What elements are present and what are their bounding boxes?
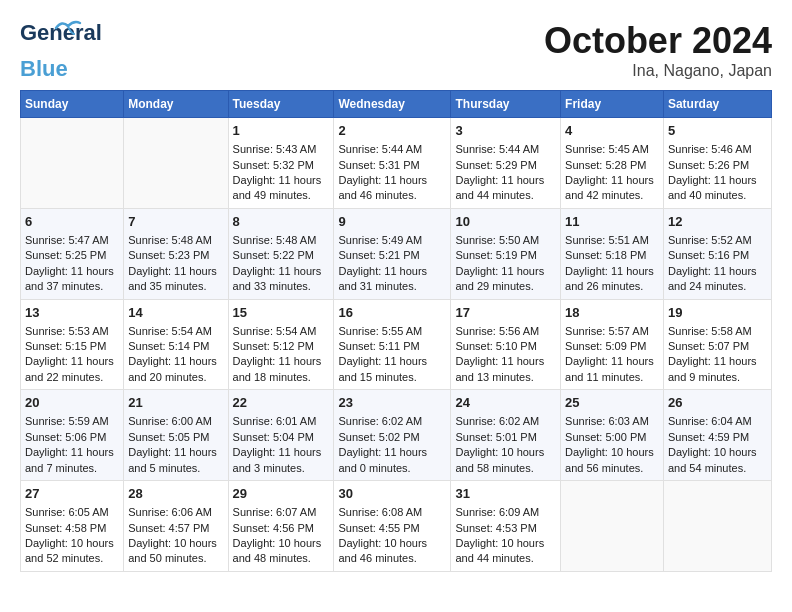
sunset-text: Sunset: 5:06 PM: [25, 431, 106, 443]
sunrise-text: Sunrise: 5:49 AM: [338, 234, 422, 246]
day-number: 22: [233, 394, 330, 412]
sunrise-text: Sunrise: 5:43 AM: [233, 143, 317, 155]
calendar-cell: 8Sunrise: 5:48 AMSunset: 5:22 PMDaylight…: [228, 208, 334, 299]
sunrise-text: Sunrise: 6:08 AM: [338, 506, 422, 518]
calendar-cell: 17Sunrise: 5:56 AMSunset: 5:10 PMDayligh…: [451, 299, 561, 390]
daylight-text: Daylight: 10 hours and 52 minutes.: [25, 537, 114, 564]
day-number: 2: [338, 122, 446, 140]
calendar-body: 1Sunrise: 5:43 AMSunset: 5:32 PMDaylight…: [21, 118, 772, 572]
calendar-cell: 3Sunrise: 5:44 AMSunset: 5:29 PMDaylight…: [451, 118, 561, 209]
daylight-text: Daylight: 11 hours and 31 minutes.: [338, 265, 427, 292]
sunrise-text: Sunrise: 5:56 AM: [455, 325, 539, 337]
daylight-text: Daylight: 10 hours and 44 minutes.: [455, 537, 544, 564]
calendar-cell: 11Sunrise: 5:51 AMSunset: 5:18 PMDayligh…: [561, 208, 664, 299]
day-number: 11: [565, 213, 659, 231]
calendar-cell: 10Sunrise: 5:50 AMSunset: 5:19 PMDayligh…: [451, 208, 561, 299]
day-number: 14: [128, 304, 223, 322]
calendar-cell: 15Sunrise: 5:54 AMSunset: 5:12 PMDayligh…: [228, 299, 334, 390]
daylight-text: Daylight: 11 hours and 37 minutes.: [25, 265, 114, 292]
sunrise-text: Sunrise: 5:57 AM: [565, 325, 649, 337]
sunset-text: Sunset: 5:05 PM: [128, 431, 209, 443]
daylight-text: Daylight: 11 hours and 18 minutes.: [233, 355, 322, 382]
sunset-text: Sunset: 4:53 PM: [455, 522, 536, 534]
sunrise-text: Sunrise: 5:53 AM: [25, 325, 109, 337]
sunrise-text: Sunrise: 6:07 AM: [233, 506, 317, 518]
daylight-text: Daylight: 11 hours and 7 minutes.: [25, 446, 114, 473]
calendar-cell: 30Sunrise: 6:08 AMSunset: 4:55 PMDayligh…: [334, 481, 451, 572]
day-number: 20: [25, 394, 119, 412]
sunrise-text: Sunrise: 5:48 AM: [233, 234, 317, 246]
daylight-text: Daylight: 10 hours and 58 minutes.: [455, 446, 544, 473]
sunrise-text: Sunrise: 6:04 AM: [668, 415, 752, 427]
day-number: 17: [455, 304, 556, 322]
calendar-cell: 12Sunrise: 5:52 AMSunset: 5:16 PMDayligh…: [663, 208, 771, 299]
sunset-text: Sunset: 5:12 PM: [233, 340, 314, 352]
daylight-text: Daylight: 11 hours and 29 minutes.: [455, 265, 544, 292]
calendar-cell: [663, 481, 771, 572]
sunrise-text: Sunrise: 5:45 AM: [565, 143, 649, 155]
header-row: Sunday Monday Tuesday Wednesday Thursday…: [21, 91, 772, 118]
sunrise-text: Sunrise: 6:02 AM: [455, 415, 539, 427]
sunset-text: Sunset: 5:11 PM: [338, 340, 419, 352]
day-number: 12: [668, 213, 767, 231]
sunrise-text: Sunrise: 5:48 AM: [128, 234, 212, 246]
calendar-week-row: 6Sunrise: 5:47 AMSunset: 5:25 PMDaylight…: [21, 208, 772, 299]
day-number: 4: [565, 122, 659, 140]
sunrise-text: Sunrise: 6:02 AM: [338, 415, 422, 427]
calendar-cell: 20Sunrise: 5:59 AMSunset: 5:06 PMDayligh…: [21, 390, 124, 481]
sunset-text: Sunset: 5:18 PM: [565, 249, 646, 261]
sunset-text: Sunset: 4:59 PM: [668, 431, 749, 443]
sunrise-text: Sunrise: 5:47 AM: [25, 234, 109, 246]
calendar-cell: 23Sunrise: 6:02 AMSunset: 5:02 PMDayligh…: [334, 390, 451, 481]
day-number: 3: [455, 122, 556, 140]
day-number: 29: [233, 485, 330, 503]
sunset-text: Sunset: 5:15 PM: [25, 340, 106, 352]
location-subtitle: Ina, Nagano, Japan: [544, 62, 772, 80]
day-number: 18: [565, 304, 659, 322]
daylight-text: Daylight: 11 hours and 49 minutes.: [233, 174, 322, 201]
daylight-text: Daylight: 11 hours and 40 minutes.: [668, 174, 757, 201]
calendar-week-row: 20Sunrise: 5:59 AMSunset: 5:06 PMDayligh…: [21, 390, 772, 481]
sunrise-text: Sunrise: 5:46 AM: [668, 143, 752, 155]
sunset-text: Sunset: 5:29 PM: [455, 159, 536, 171]
sunrise-text: Sunrise: 5:54 AM: [128, 325, 212, 337]
calendar-cell: 26Sunrise: 6:04 AMSunset: 4:59 PMDayligh…: [663, 390, 771, 481]
daylight-text: Daylight: 11 hours and 20 minutes.: [128, 355, 217, 382]
calendar-cell: 31Sunrise: 6:09 AMSunset: 4:53 PMDayligh…: [451, 481, 561, 572]
calendar-cell: 22Sunrise: 6:01 AMSunset: 5:04 PMDayligh…: [228, 390, 334, 481]
sunset-text: Sunset: 5:09 PM: [565, 340, 646, 352]
calendar-cell: [124, 118, 228, 209]
sunset-text: Sunset: 5:19 PM: [455, 249, 536, 261]
sunset-text: Sunset: 5:28 PM: [565, 159, 646, 171]
daylight-text: Daylight: 11 hours and 15 minutes.: [338, 355, 427, 382]
calendar-cell: 9Sunrise: 5:49 AMSunset: 5:21 PMDaylight…: [334, 208, 451, 299]
header-friday: Friday: [561, 91, 664, 118]
calendar-week-row: 27Sunrise: 6:05 AMSunset: 4:58 PMDayligh…: [21, 481, 772, 572]
calendar-cell: 2Sunrise: 5:44 AMSunset: 5:31 PMDaylight…: [334, 118, 451, 209]
month-title: October 2024: [544, 20, 772, 62]
daylight-text: Daylight: 11 hours and 22 minutes.: [25, 355, 114, 382]
calendar-week-row: 1Sunrise: 5:43 AMSunset: 5:32 PMDaylight…: [21, 118, 772, 209]
calendar-cell: 13Sunrise: 5:53 AMSunset: 5:15 PMDayligh…: [21, 299, 124, 390]
sunset-text: Sunset: 5:10 PM: [455, 340, 536, 352]
sunrise-text: Sunrise: 5:54 AM: [233, 325, 317, 337]
calendar-cell: 29Sunrise: 6:07 AMSunset: 4:56 PMDayligh…: [228, 481, 334, 572]
sunrise-text: Sunrise: 6:05 AM: [25, 506, 109, 518]
daylight-text: Daylight: 11 hours and 33 minutes.: [233, 265, 322, 292]
sunset-text: Sunset: 4:58 PM: [25, 522, 106, 534]
sunset-text: Sunset: 4:57 PM: [128, 522, 209, 534]
day-number: 31: [455, 485, 556, 503]
daylight-text: Daylight: 10 hours and 48 minutes.: [233, 537, 322, 564]
daylight-text: Daylight: 10 hours and 56 minutes.: [565, 446, 654, 473]
calendar-cell: 7Sunrise: 5:48 AMSunset: 5:23 PMDaylight…: [124, 208, 228, 299]
day-number: 28: [128, 485, 223, 503]
sunset-text: Sunset: 5:21 PM: [338, 249, 419, 261]
day-number: 15: [233, 304, 330, 322]
daylight-text: Daylight: 11 hours and 0 minutes.: [338, 446, 427, 473]
day-number: 10: [455, 213, 556, 231]
daylight-text: Daylight: 11 hours and 11 minutes.: [565, 355, 654, 382]
header-saturday: Saturday: [663, 91, 771, 118]
sunrise-text: Sunrise: 5:55 AM: [338, 325, 422, 337]
day-number: 24: [455, 394, 556, 412]
sunset-text: Sunset: 5:01 PM: [455, 431, 536, 443]
